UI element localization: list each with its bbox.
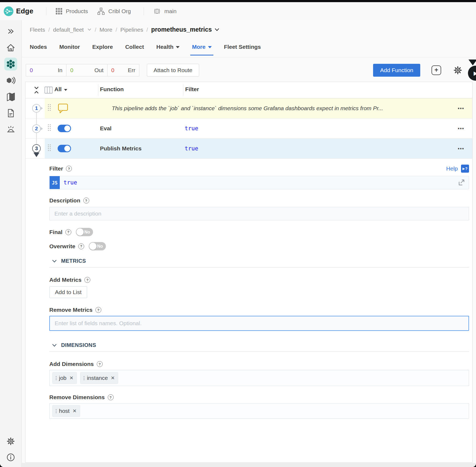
sidebar-item-home[interactable] — [4, 41, 17, 54]
drag-handle[interactable] — [48, 124, 51, 131]
help-circle-icon[interactable]: ? — [95, 307, 101, 313]
help-circle-icon[interactable]: ? — [97, 361, 103, 367]
breadcrumb-pipelines[interactable]: Pipelines — [120, 27, 143, 33]
function-name: Publish Metrics — [100, 145, 142, 152]
function-filter-value: true — [185, 145, 198, 152]
help-panel-icon[interactable]: ▶? — [461, 165, 469, 173]
section-divider — [49, 267, 469, 268]
drag-handle[interactable] — [48, 144, 51, 151]
stat-out: 0 Out — [66, 64, 107, 76]
sidebar-item-docs[interactable] — [4, 107, 17, 120]
filter-column-header: Filter — [185, 86, 199, 92]
row-menu-button[interactable]: ⋯ — [458, 125, 465, 132]
collapse-all-button[interactable] — [32, 86, 40, 94]
description-label-row: Description ? — [49, 197, 469, 204]
tag-drag-handle-icon[interactable] — [56, 409, 57, 413]
step-number-1[interactable]: 1 — [32, 104, 41, 113]
org-menu[interactable]: Cribl Org — [97, 7, 131, 15]
sidebar-item-map[interactable] — [4, 90, 17, 103]
attach-to-route-button[interactable]: Attach to Route — [147, 64, 199, 77]
org-chart-icon — [97, 7, 105, 15]
chevron-down-icon[interactable] — [87, 28, 91, 31]
sidebar-item-info[interactable] — [4, 451, 17, 464]
ellipsis-icon: ⋯ — [458, 125, 465, 132]
products-menu[interactable]: Products — [55, 8, 88, 15]
step-number-3-selected[interactable]: 3 — [32, 144, 41, 153]
tab-health[interactable]: Health — [156, 44, 180, 57]
step-pointer-icon — [41, 127, 43, 130]
pipeline-row-eval[interactable]: Eval true ⋯ — [25, 118, 472, 139]
remove-metrics-input[interactable] — [49, 316, 469, 331]
sidebar-item-fleets[interactable] — [4, 58, 17, 71]
drag-handle[interactable] — [48, 104, 51, 111]
collapse-vertical-icon — [32, 86, 40, 94]
branch-menu[interactable]: main — [153, 7, 177, 15]
function-enabled-toggle[interactable] — [58, 125, 71, 132]
final-toggle[interactable]: No — [76, 228, 93, 236]
pipeline-title-dropdown[interactable]: prometheus_metrics — [151, 26, 220, 33]
remove-tag-icon[interactable]: ✕ — [73, 408, 77, 414]
metrics-section-header[interactable]: METRICS — [52, 258, 469, 264]
tab-fleet-settings[interactable]: Fleet Settings — [224, 44, 261, 57]
tab-nodes[interactable]: Nodes — [30, 44, 47, 57]
sidebar-item-settings[interactable] — [4, 435, 17, 448]
description-input[interactable] — [49, 207, 469, 220]
selected-step-pointer-icon — [34, 153, 39, 157]
filter-expression-input[interactable]: JS true — [49, 176, 469, 189]
sidebar-item-notifications[interactable] — [4, 123, 17, 136]
help-circle-icon[interactable]: ? — [65, 229, 71, 235]
help-link[interactable]: Help — [446, 165, 458, 172]
breadcrumb-separator: / — [95, 27, 96, 33]
add-pipeline-comment-button[interactable]: + — [432, 65, 441, 75]
products-label: Products — [66, 8, 88, 14]
remove-dimensions-label-row: Remove Dimensions ? — [49, 394, 469, 401]
breadcrumb-separator: / — [48, 27, 50, 33]
group-filter-dropdown[interactable]: All — [54, 86, 67, 92]
help-circle-icon[interactable]: ? — [78, 243, 84, 249]
breadcrumb-more[interactable]: More — [99, 27, 112, 33]
sidebar-expand[interactable] — [4, 25, 17, 38]
column-separator — [98, 84, 98, 96]
section-divider — [49, 351, 469, 352]
function-enabled-toggle[interactable] — [58, 145, 71, 152]
remove-tag-icon[interactable]: ✕ — [69, 375, 73, 381]
add-to-list-button[interactable]: Add to List — [49, 286, 87, 298]
columns-toggle-button[interactable] — [44, 86, 53, 94]
breadcrumb-fleets[interactable]: Fleets — [30, 27, 45, 33]
add-function-button[interactable]: Add Function — [373, 64, 420, 77]
help-circle-icon[interactable]: ? — [84, 277, 90, 283]
pipeline-settings-button[interactable] — [452, 65, 463, 76]
row-menu-button[interactable]: ⋯ — [458, 105, 465, 112]
row-menu-button[interactable]: ⋯ — [458, 145, 465, 153]
out-label: Out — [94, 67, 103, 73]
help-circle-icon[interactable]: ? — [108, 394, 114, 400]
sidebar-item-data[interactable] — [4, 74, 17, 87]
tab-more[interactable]: More — [192, 44, 211, 57]
expand-editor-icon[interactable] — [458, 179, 465, 186]
remove-tag-icon[interactable]: ✕ — [111, 375, 115, 381]
caret-down-icon — [208, 46, 212, 48]
overwrite-toggle[interactable]: No — [89, 242, 106, 250]
tab-collect[interactable]: Collect — [125, 44, 144, 57]
dimensions-section-header[interactable]: DIMENSIONS — [52, 342, 469, 348]
tab-explore[interactable]: Explore — [92, 44, 113, 57]
dimension-tag-host[interactable]: host ✕ — [52, 405, 80, 417]
chevron-down-icon — [52, 260, 57, 263]
dimension-tag-instance[interactable]: instance ✕ — [80, 372, 118, 384]
remove-dimensions-input[interactable]: host ✕ — [49, 403, 469, 419]
dimension-tag-job[interactable]: job ✕ — [52, 372, 77, 384]
preview-run-button[interactable]: ▶ — [468, 66, 476, 81]
app-name: Edge — [16, 7, 33, 15]
help-circle-icon[interactable]: ? — [83, 198, 89, 203]
add-dimensions-input[interactable]: job ✕ instance ✕ — [49, 370, 469, 386]
help-circle-icon[interactable]: ? — [66, 166, 72, 172]
remove-dimensions-label: Remove Dimensions — [49, 394, 105, 401]
pipeline-row-comment[interactable]: This pipeline adds the `job` and `instan… — [25, 98, 472, 118]
pipeline-row-publish-metrics[interactable]: Publish Metrics true ⋯ — [25, 139, 472, 159]
step-number-2[interactable]: 2 — [32, 124, 41, 133]
tag-drag-handle-icon[interactable] — [84, 376, 84, 380]
tab-monitor[interactable]: Monitor — [59, 44, 80, 57]
preview-pane-wedge — [468, 60, 476, 65]
breadcrumb-fleet-dropdown[interactable]: default_fleet — [53, 27, 84, 33]
tag-drag-handle-icon[interactable] — [56, 376, 57, 380]
